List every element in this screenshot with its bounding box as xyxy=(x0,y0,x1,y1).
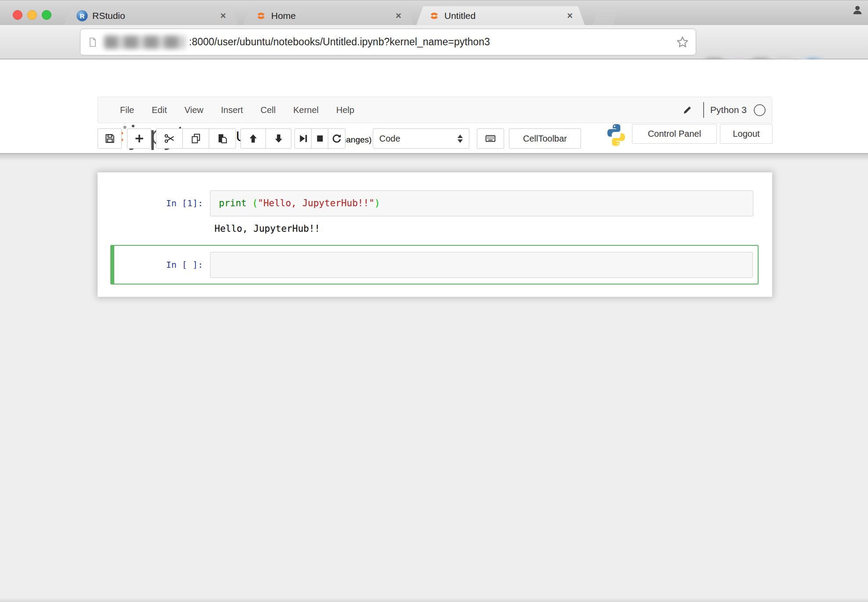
browser-tab-strip: R RStudio × Home × Untitled × xyxy=(0,0,868,25)
kernel-name: Python 3 xyxy=(710,105,747,115)
kernel-idle-icon xyxy=(754,104,766,116)
celltoolbar-label: CellToolbar xyxy=(523,134,567,144)
browser-toolbar: :8000/user/ubuntu/notebooks/Untitled.ipy… xyxy=(0,25,868,59)
kernel-indicator-area: Python 3 xyxy=(682,102,772,118)
browser-tab-rstudio[interactable]: R RStudio × xyxy=(64,6,238,26)
rstudio-favicon-icon: R xyxy=(76,10,88,22)
cell-output: Hello, JupyterHub!! xyxy=(214,220,320,237)
browser-tab-home[interactable]: Home × xyxy=(243,6,414,26)
notebook-background: In [1]: print ("Hello, JupyterHub!!") He… xyxy=(0,154,868,602)
code-cell-input[interactable]: print ("Hello, JupyterHub!!") xyxy=(210,190,753,216)
notebook-toolbar: Code xyxy=(0,128,868,149)
input-prompt: In [ ]: xyxy=(110,245,203,285)
menu-cell[interactable]: Cell xyxy=(252,105,284,115)
jupyter-favicon-icon xyxy=(429,10,440,22)
browser-window: R RStudio × Home × Untitled × xyxy=(0,0,868,602)
move-cell-up-button[interactable] xyxy=(241,129,266,148)
command-palette-button[interactable] xyxy=(477,129,504,148)
input-prompt: In [1]: xyxy=(110,190,203,216)
add-cell-icon xyxy=(134,133,145,144)
tab-close-icon[interactable]: × xyxy=(396,11,401,20)
tab-title: RStudio xyxy=(92,11,216,21)
menu-edit[interactable]: Edit xyxy=(143,105,175,115)
new-tab-button[interactable] xyxy=(593,7,618,25)
move-up-icon xyxy=(247,133,259,144)
menu-kernel[interactable]: Kernel xyxy=(284,105,327,115)
kernel-divider xyxy=(703,102,704,118)
copy-cell-button[interactable] xyxy=(183,129,209,148)
menu-file[interactable]: File xyxy=(111,105,143,115)
cell-type-select[interactable]: Code xyxy=(373,128,469,149)
code-token-string: "Hello, JupyterHub!!" xyxy=(258,198,375,208)
browser-tab-untitled[interactable]: Untitled × xyxy=(416,6,585,26)
tab-close-icon[interactable]: × xyxy=(567,11,573,20)
save-icon xyxy=(104,133,116,144)
keyboard-icon xyxy=(485,133,496,144)
code-token-print: print xyxy=(219,198,247,208)
tab-close-icon[interactable]: × xyxy=(220,11,226,20)
celltoolbar-button[interactable]: CellToolbar xyxy=(509,128,581,149)
stop-icon xyxy=(314,133,326,144)
move-cell-down-button[interactable] xyxy=(266,129,291,148)
notebook-menubar: File Edit View Insert Cell Kernel Help P… xyxy=(98,97,772,123)
menu-insert[interactable]: Insert xyxy=(212,105,252,115)
code-token-close-paren: ) xyxy=(374,198,380,208)
header-shadow xyxy=(0,154,868,161)
jupyter-favicon-icon xyxy=(255,10,267,22)
run-cell-button[interactable] xyxy=(295,129,312,148)
cut-icon xyxy=(164,133,175,144)
notebook-container: In [1]: print ("Hello, JupyterHub!!") He… xyxy=(98,172,772,297)
tab-title: Untitled xyxy=(444,11,563,21)
page-icon xyxy=(87,36,98,48)
add-cell-button[interactable] xyxy=(127,129,151,148)
save-button[interactable] xyxy=(98,129,121,148)
interrupt-kernel-button[interactable] xyxy=(312,129,328,148)
edit-pencil-icon xyxy=(682,105,693,115)
window-minimize-button[interactable] xyxy=(27,10,37,20)
menu-help[interactable]: Help xyxy=(327,105,363,115)
paste-cell-button[interactable] xyxy=(209,129,236,148)
address-bar[interactable]: :8000/user/ubuntu/notebooks/Untitled.ipy… xyxy=(80,29,696,55)
tab-title: Home xyxy=(271,11,391,21)
move-down-icon xyxy=(273,133,284,144)
window-bottom-shadow xyxy=(0,598,868,602)
bookmark-star-icon[interactable] xyxy=(676,35,690,49)
profile-icon[interactable] xyxy=(851,4,864,16)
restart-kernel-icon xyxy=(331,133,342,144)
code-token-open-paren: ( xyxy=(247,198,258,208)
jupyter-header: jupyter Untitled (unsaved changes) Contr… xyxy=(0,59,868,97)
url-text: :8000/user/ubuntu/notebooks/Untitled.ipy… xyxy=(189,36,490,48)
cell-type-value: Code xyxy=(379,134,458,144)
paste-icon xyxy=(217,133,228,144)
window-close-button[interactable] xyxy=(13,10,22,20)
cut-cell-button[interactable] xyxy=(156,129,183,148)
empty-code-cell-input[interactable] xyxy=(210,252,753,278)
window-zoom-button[interactable] xyxy=(42,10,51,20)
run-icon xyxy=(298,133,309,144)
copy-icon xyxy=(190,133,202,144)
menu-view[interactable]: View xyxy=(176,105,212,115)
url-blurred-host xyxy=(104,36,185,49)
select-caret-icon xyxy=(458,135,463,143)
restart-kernel-button[interactable] xyxy=(328,129,345,148)
